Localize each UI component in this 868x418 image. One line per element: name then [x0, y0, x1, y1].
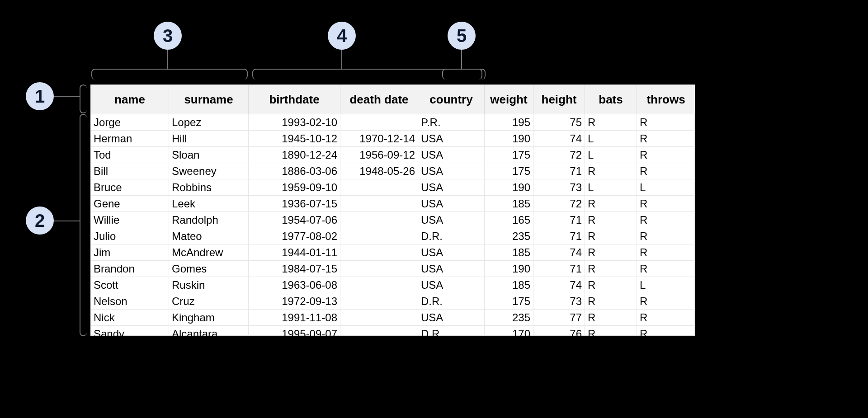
cell-bats: R: [585, 293, 637, 310]
cell-deathdate: [340, 293, 418, 310]
cell-birthdate: 1936-07-15: [249, 196, 340, 212]
cell-throws: R: [637, 114, 695, 131]
table-row: NelsonCruz1972-09-13D.R.17573RR: [91, 293, 695, 310]
cell-name: Nelson: [91, 293, 169, 310]
cell-surname: Hill: [169, 131, 249, 147]
cell-birthdate: 1991-11-08: [249, 310, 340, 326]
cell-surname: Cruz: [169, 293, 249, 310]
table-row: ScottRuskin1963-06-08USA18574RL: [91, 277, 695, 293]
cell-throws: R: [637, 212, 695, 228]
cell-bats: R: [585, 261, 637, 277]
cell-height: 71: [533, 163, 585, 179]
cell-throws: R: [637, 244, 695, 261]
cell-throws: R: [637, 310, 695, 326]
cell-bats: R: [585, 163, 637, 179]
cell-birthdate: 1993-02-10: [249, 114, 340, 131]
callout-badge-1: 1: [26, 82, 54, 110]
callout-badge-4: 4: [328, 22, 356, 50]
cell-deathdate: [340, 310, 418, 326]
cell-bats: R: [585, 277, 637, 293]
cell-name: Willie: [91, 212, 169, 228]
cell-weight: 170: [485, 326, 533, 336]
cell-country: D.R.: [418, 228, 485, 244]
cell-country: D.R.: [418, 293, 485, 310]
cell-name: Jim: [91, 244, 169, 261]
callout-connector-4: [341, 50, 342, 69]
col-header-name: name: [91, 85, 169, 114]
cell-height: 77: [533, 310, 585, 326]
cell-deathdate: [340, 212, 418, 228]
cell-throws: R: [637, 261, 695, 277]
cell-surname: Sweeney: [169, 163, 249, 179]
cell-height: 74: [533, 277, 585, 293]
cell-name: Brandon: [91, 261, 169, 277]
cell-country: USA: [418, 244, 485, 261]
cell-birthdate: 1954-07-06: [249, 212, 340, 228]
cell-surname: Gomes: [169, 261, 249, 277]
callout-connector-5: [461, 50, 462, 69]
cell-country: USA: [418, 163, 485, 179]
cell-surname: Sloan: [169, 147, 249, 163]
cell-name: Tod: [91, 147, 169, 163]
cell-height: 74: [533, 244, 585, 261]
col-header-throws: throws: [637, 85, 695, 114]
table-row: HermanHill1945-10-121970-12-14USA19074LR: [91, 131, 695, 147]
cell-country: USA: [418, 196, 485, 212]
cell-height: 71: [533, 228, 585, 244]
cell-throws: L: [637, 277, 695, 293]
callout-bracket-3: [91, 69, 248, 80]
cell-birthdate: 1944-01-11: [249, 244, 340, 261]
callout-number: 3: [163, 26, 173, 46]
cell-deathdate: 1970-12-14: [340, 131, 418, 147]
cell-bats: R: [585, 228, 637, 244]
cell-country: P.R.: [418, 114, 485, 131]
cell-surname: Ruskin: [169, 277, 249, 293]
cell-weight: 175: [485, 163, 533, 179]
table-row: BillSweeney1886-03-061948-05-26USA17571R…: [91, 163, 695, 179]
cell-height: 71: [533, 212, 585, 228]
col-header-country: country: [418, 85, 485, 114]
cell-deathdate: [340, 196, 418, 212]
cell-name: Sandy: [91, 326, 169, 336]
table-row: TodSloan1890-12-241956-09-12USA17572LR: [91, 147, 695, 163]
cell-name: Gene: [91, 196, 169, 212]
cell-deathdate: [340, 179, 418, 196]
cell-weight: 175: [485, 293, 533, 310]
cell-birthdate: 1886-03-06: [249, 163, 340, 179]
cell-weight: 165: [485, 212, 533, 228]
cell-weight: 185: [485, 196, 533, 212]
cell-weight: 175: [485, 147, 533, 163]
cell-weight: 235: [485, 228, 533, 244]
cell-surname: Mateo: [169, 228, 249, 244]
callout-badge-5: 5: [448, 22, 476, 50]
cell-name: Julio: [91, 228, 169, 244]
cell-height: 72: [533, 147, 585, 163]
cell-deathdate: [340, 326, 418, 336]
table-row: GeneLeek1936-07-15USA18572RR: [91, 196, 695, 212]
col-header-deathdate: death date: [340, 85, 418, 114]
cell-bats: R: [585, 196, 637, 212]
callout-number: 2: [35, 211, 45, 231]
cell-country: USA: [418, 212, 485, 228]
table-row: BrandonGomes1984-07-15USA19071RR: [91, 261, 695, 277]
cell-birthdate: 1963-06-08: [249, 277, 340, 293]
cell-height: 76: [533, 326, 585, 336]
cell-country: USA: [418, 179, 485, 196]
cell-weight: 190: [485, 179, 533, 196]
table-row: SandyAlcantara1995-09-07D.R.17076RR: [91, 326, 695, 336]
cell-name: Bruce: [91, 179, 169, 196]
cell-country: USA: [418, 147, 485, 163]
table-row: WillieRandolph1954-07-06USA16571RR: [91, 212, 695, 228]
cell-bats: L: [585, 147, 637, 163]
cell-throws: R: [637, 228, 695, 244]
cell-surname: Leek: [169, 196, 249, 212]
cell-surname: Alcantara: [169, 326, 249, 336]
cell-surname: Randolph: [169, 212, 249, 228]
cell-throws: R: [637, 196, 695, 212]
cell-throws: L: [637, 179, 695, 196]
cell-throws: R: [637, 131, 695, 147]
cell-country: D.R.: [418, 326, 485, 336]
callout-number: 1: [35, 86, 45, 107]
cell-birthdate: 1995-09-07: [249, 326, 340, 336]
col-header-bats: bats: [585, 85, 637, 114]
